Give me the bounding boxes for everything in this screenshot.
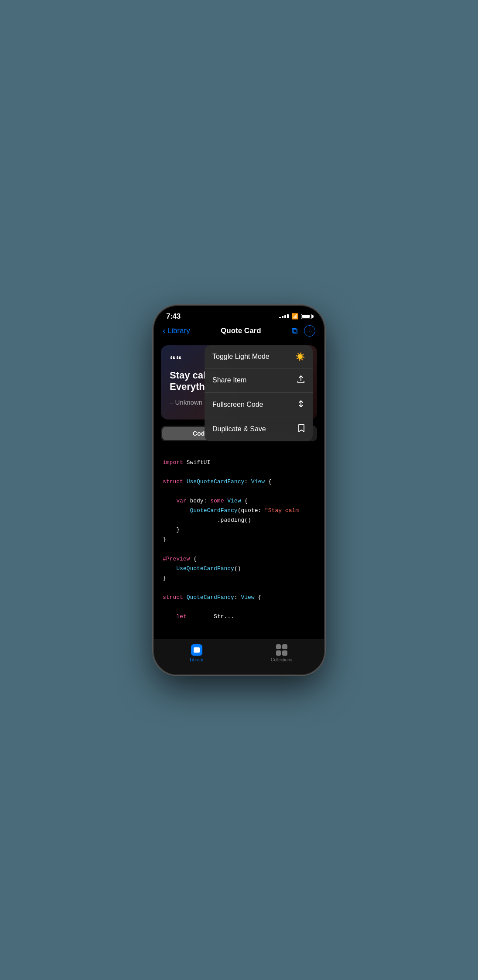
code-line: struct QuoteCardFancy: View {: [163, 593, 315, 602]
code-area: import SwiftUI struct UseQuoteCardFancy:…: [154, 448, 324, 622]
copy-button[interactable]: ⧉: [292, 327, 298, 335]
phone-frame: 7:43 📶 ‹ Library Quote Card: [154, 306, 324, 674]
status-time: 7:43: [166, 312, 181, 321]
bookmark-icon: [298, 424, 305, 435]
code-line: [163, 544, 315, 554]
dropdown-menu: Toggle Light Mode ☀️ Share Item: [205, 345, 313, 441]
code-line: UseQuoteCardFancy(): [163, 564, 315, 574]
menu-item-fullscreen-code[interactable]: Fullscreen Code: [205, 393, 313, 417]
more-button[interactable]: ···: [304, 325, 315, 337]
code-line: [163, 468, 315, 477]
nav-bar: ‹ Library Quote Card ⧉ ···: [154, 323, 324, 341]
status-icons: 📶: [279, 313, 312, 320]
back-label: Library: [167, 327, 190, 335]
signal-icon: [279, 314, 289, 318]
menu-item-label: Share Item: [212, 376, 246, 384]
back-chevron-icon: ‹: [163, 326, 166, 336]
nav-title: Quote Card: [221, 327, 261, 335]
nav-actions: ⧉ ···: [292, 325, 315, 337]
menu-item-share-item[interactable]: Share Item: [205, 368, 313, 393]
menu-item-toggle-light-mode[interactable]: Toggle Light Mode ☀️: [205, 345, 313, 368]
code-line: [163, 602, 315, 612]
wifi-icon: 📶: [291, 313, 298, 320]
menu-item-duplicate-save[interactable]: Duplicate & Save: [205, 417, 313, 441]
code-line: let Str...: [163, 612, 315, 622]
library-icon: [191, 644, 202, 656]
code-line: }: [163, 525, 315, 535]
code-line: .padding(): [163, 516, 315, 525]
fullscreen-icon: [297, 399, 305, 410]
share-icon: [297, 375, 305, 386]
code-line: #Preview {: [163, 554, 315, 564]
bottom-tab-bar: Library Collections: [154, 640, 324, 674]
library-tab-label: Library: [190, 657, 203, 662]
code-line: }: [163, 574, 315, 583]
svg-rect-0: [194, 647, 200, 653]
quote-card: ““ Stay calmEverything... – Unknown deve…: [161, 345, 317, 420]
status-bar: 7:43 📶: [154, 306, 324, 323]
code-line: [163, 448, 315, 458]
collections-tab-label: Collections: [271, 657, 292, 662]
collections-icon: [276, 644, 287, 656]
code-line: [163, 487, 315, 496]
back-button[interactable]: ‹ Library: [163, 326, 190, 336]
code-line: import SwiftUI: [163, 458, 315, 468]
menu-item-label: Fullscreen Code: [212, 401, 263, 409]
code-line: [163, 583, 315, 593]
code-line: QuoteCardFancy(quote: "Stay calm: [163, 506, 315, 516]
tab-collections[interactable]: Collections: [239, 644, 324, 662]
tab-library[interactable]: Library: [154, 644, 239, 662]
battery-icon: [301, 314, 312, 319]
menu-item-label: Toggle Light Mode: [212, 353, 270, 361]
main-content: ““ Stay calmEverything... – Unknown deve…: [154, 341, 324, 640]
phone-screen: 7:43 📶 ‹ Library Quote Card: [154, 306, 324, 674]
sun-icon: ☀️: [295, 352, 305, 361]
menu-item-label: Duplicate & Save: [212, 425, 266, 433]
code-line: var body: some View {: [163, 496, 315, 506]
code-line: struct UseQuoteCardFancy: View {: [163, 477, 315, 487]
code-line: }: [163, 535, 315, 544]
